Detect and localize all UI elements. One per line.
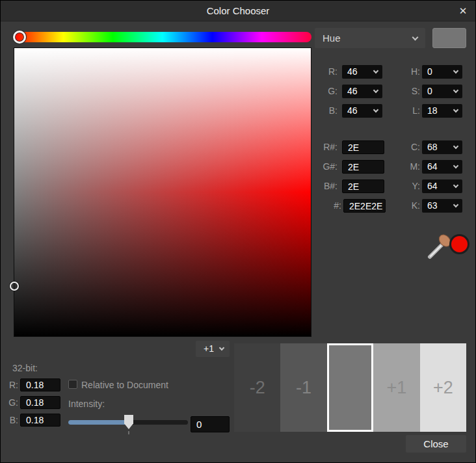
hex-g-input[interactable]: [342, 160, 384, 174]
color-chooser-dialog: Color Chooser ✕ Hue R: 46 G: 46 B: 46 H:…: [0, 0, 476, 463]
intensity-label: Intensity:: [68, 399, 105, 409]
l-spinner[interactable]: 18: [422, 104, 462, 118]
l-value: 18: [427, 104, 438, 118]
hex-r-label: R#:: [311, 140, 337, 154]
chevron-down-icon: [453, 88, 458, 93]
hex-full-label: #:: [315, 199, 341, 213]
dialog-title: Color Chooser: [1, 1, 475, 21]
relative-to-document-checkbox[interactable]: [68, 380, 77, 389]
intensity-slider-thumb[interactable]: [124, 415, 133, 429]
chevron-down-icon: [412, 34, 419, 41]
bit32-r-input[interactable]: [20, 378, 60, 391]
current-color-swatch[interactable]: [432, 28, 466, 48]
bit32-r-label: R:: [0, 378, 18, 392]
b-spinner[interactable]: 46: [342, 104, 382, 118]
stops-dropdown-value: +1: [204, 341, 214, 357]
chevron-down-icon: [453, 68, 458, 73]
swatch-label: -1: [280, 343, 326, 432]
chevron-down-icon: [453, 183, 458, 188]
close-icon[interactable]: ✕: [456, 5, 470, 18]
swatch-plus-2[interactable]: +2: [420, 343, 466, 432]
swatch-label: +2: [420, 343, 466, 432]
color-mode-dropdown[interactable]: Hue: [315, 28, 425, 48]
m-spinner[interactable]: 64: [422, 160, 462, 174]
r-spinner[interactable]: 46: [342, 65, 382, 79]
chevron-down-icon: [453, 202, 458, 207]
c-spinner[interactable]: 68: [422, 140, 462, 154]
chevron-down-icon: [453, 144, 458, 149]
stops-dropdown[interactable]: +1: [196, 341, 230, 357]
swatch-label: [327, 343, 373, 432]
hex-b-input[interactable]: [342, 179, 384, 193]
saturation-lightness-square[interactable]: [14, 47, 311, 337]
r-label: R:: [311, 65, 337, 79]
relative-to-document-label: Relative to Document: [81, 380, 168, 390]
g-value: 46: [347, 85, 358, 98]
m-value: 64: [427, 160, 438, 174]
exposure-swatch-row: -2 -1 +1 +2: [234, 343, 466, 432]
swatch-current[interactable]: [327, 343, 373, 432]
bit32-g-label: G:: [0, 396, 18, 410]
y-spinner[interactable]: 64: [422, 179, 462, 193]
chevron-down-icon: [373, 68, 378, 73]
s-label: S:: [394, 85, 420, 98]
k-value: 63: [427, 199, 438, 213]
color-mode-value: Hue: [323, 28, 341, 48]
m-label: M:: [394, 160, 420, 174]
close-button[interactable]: Close: [406, 435, 466, 453]
bit32-g-input[interactable]: [20, 396, 60, 409]
chevron-down-icon: [453, 163, 458, 168]
hex-r-input[interactable]: [342, 140, 384, 154]
swatch-minus-1[interactable]: -1: [280, 343, 326, 432]
y-value: 64: [427, 179, 438, 193]
chevron-down-icon: [219, 345, 224, 351]
intensity-value-input[interactable]: [191, 416, 230, 432]
g-spinner[interactable]: 46: [342, 85, 382, 98]
b-value: 46: [347, 104, 358, 118]
swatch-label: +1: [373, 343, 419, 432]
g-label: G:: [311, 85, 337, 98]
swatch-minus-2[interactable]: -2: [234, 343, 280, 432]
s-spinner[interactable]: 0: [422, 85, 462, 98]
h-value: 0: [427, 65, 432, 79]
bit32-section-label: 32-bit:: [12, 363, 38, 373]
b-label: B:: [311, 104, 337, 118]
title-bar: Color Chooser ✕: [1, 1, 475, 21]
hex-b-label: B#:: [311, 179, 337, 193]
swatch-label: -2: [234, 343, 280, 432]
y-label: Y:: [394, 179, 420, 193]
chevron-down-icon: [373, 107, 378, 112]
color-picker-marker[interactable]: [10, 282, 19, 291]
l-label: L:: [394, 104, 420, 118]
intensity-slider-tick: [128, 431, 129, 434]
c-value: 68: [427, 140, 438, 154]
hue-slider-marker[interactable]: [13, 31, 26, 44]
swatch-plus-1[interactable]: +1: [373, 343, 419, 432]
k-spinner[interactable]: 63: [422, 199, 462, 213]
bit32-b-input[interactable]: [20, 414, 60, 427]
r-value: 46: [347, 65, 358, 79]
picked-color-dot: [449, 234, 469, 254]
intensity-slider-fill: [68, 420, 129, 425]
s-value: 0: [427, 85, 432, 98]
h-label: H:: [394, 65, 420, 79]
hue-slider[interactable]: [14, 32, 311, 42]
chevron-down-icon: [373, 88, 378, 93]
hex-g-label: G#:: [311, 160, 337, 174]
k-label: K:: [394, 199, 420, 213]
bit32-b-label: B:: [0, 414, 18, 427]
chevron-down-icon: [453, 107, 458, 112]
h-spinner[interactable]: 0: [422, 65, 462, 79]
hex-full-input[interactable]: [343, 199, 386, 213]
c-label: C:: [394, 140, 420, 154]
